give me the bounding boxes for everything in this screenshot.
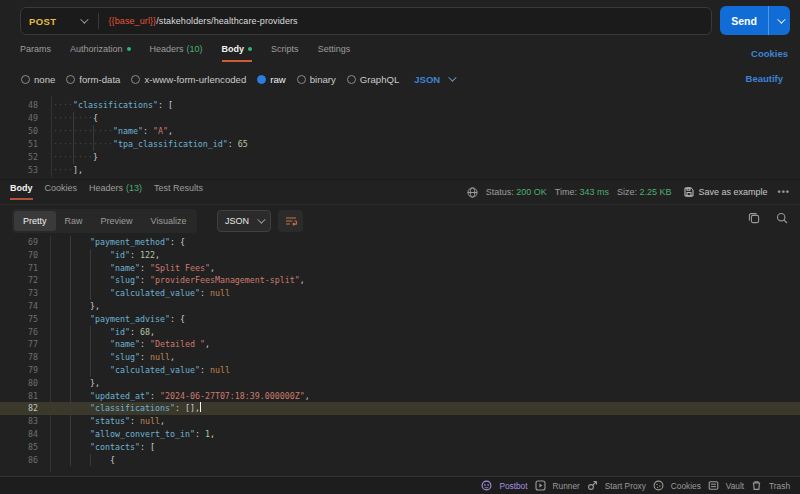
tab-label: Params (20, 44, 51, 54)
status-metric[interactable]: Status: 200 OK (486, 187, 547, 197)
request-body-editor[interactable]: 48····"classifications": [49········{50·… (0, 94, 800, 179)
response-meta: Status: 200 OK Time: 343 ms Size: 2.25 K… (467, 181, 790, 203)
code-line-53: 53····], (0, 164, 800, 177)
response-body-viewer[interactable]: 69 "payment_method": {70 "id": 122,71 "n… (0, 236, 800, 472)
code-text: "status": null, (70, 415, 165, 428)
line-number: 70 (0, 249, 38, 262)
response-language-select[interactable]: JSON (217, 210, 271, 232)
code-line-75: 75 "payment_advise": { (0, 313, 800, 326)
url-path: /stakeholders/healthcare-providers (156, 16, 297, 26)
wrap-text-button[interactable] (278, 210, 303, 232)
size-metric[interactable]: Size: 2.25 KB (617, 187, 672, 197)
indent-guide (90, 326, 91, 377)
send-chevron-icon (777, 15, 785, 23)
beautify-link[interactable]: Beautify (746, 73, 783, 84)
line-number: 83 (0, 415, 38, 428)
code-text: ············"tpa_classification_id": 65 (53, 138, 248, 151)
request-tab-body[interactable]: Body (222, 44, 253, 62)
code-text: "payment_advise": { (70, 313, 185, 326)
body-language-select[interactable]: JSON (414, 74, 454, 85)
statusbar-runner-button[interactable]: Runner (535, 480, 580, 491)
statusbar-vault-button[interactable]: Vault (708, 480, 744, 491)
code-text: "calculated_value": null (70, 287, 230, 300)
body-type-form-data[interactable]: form-data (66, 74, 120, 85)
code-text: "contacts": [ (70, 441, 155, 454)
copy-icon[interactable] (748, 212, 760, 224)
statusbar-trash-button[interactable]: Trash (751, 480, 790, 491)
cookies-icon (653, 480, 668, 491)
request-tab-scripts[interactable]: Scripts (271, 44, 299, 62)
radio-selected-icon (257, 75, 266, 84)
search-icon[interactable] (776, 212, 788, 224)
code-text: "payment_method": { (70, 236, 185, 249)
text-cursor (200, 402, 201, 412)
language-chevron-icon (257, 215, 265, 223)
radio-icon (297, 75, 306, 84)
line-number: 48 (0, 99, 38, 112)
code-line-78: 78 "slug": null, (0, 351, 800, 364)
request-tab-settings[interactable]: Settings (318, 44, 351, 62)
view-button-preview[interactable]: Preview (92, 211, 142, 231)
view-button-pretty[interactable]: Pretty (14, 211, 56, 231)
radio-icon (66, 75, 75, 84)
tab-label: Settings (318, 44, 351, 54)
view-button-raw[interactable]: Raw (56, 211, 92, 231)
response-tab-cookies[interactable]: Cookies (45, 183, 78, 200)
send-button[interactable]: Send (720, 6, 768, 35)
wrap-text-icon (285, 216, 297, 226)
code-line-74: 74 }, (0, 300, 800, 313)
response-separator[interactable] (0, 179, 800, 180)
statusbar-label: Trash (769, 481, 790, 491)
request-tab-params[interactable]: Params (20, 44, 51, 62)
response-toolbar: PrettyRawPreviewVisualize JSON (0, 209, 800, 233)
radio-label: raw (270, 74, 285, 85)
response-tab-headers[interactable]: Headers(13) (89, 183, 142, 200)
statusbar-start-proxy-button[interactable]: Start Proxy (587, 480, 646, 491)
line-number: 50 (0, 125, 38, 138)
request-tab-headers[interactable]: Headers(10) (150, 44, 203, 62)
method-selector[interactable]: POST (21, 16, 56, 27)
response-tab-body[interactable]: Body (10, 183, 33, 200)
code-text: "updated_at": "2024-06-27T07:18:39.00000… (70, 390, 310, 403)
tab-label: Headers (89, 183, 123, 193)
time-metric[interactable]: Time: 343 ms (555, 187, 609, 197)
statusbar-label: Vault (726, 481, 744, 491)
response-more-actions[interactable]: ••• (778, 187, 790, 197)
view-button-visualize[interactable]: Visualize (142, 211, 196, 231)
code-text: ····], (53, 164, 83, 177)
request-url-row: POST {{base_url}}/stakeholders/healthcar… (20, 6, 790, 36)
indent-guide (93, 125, 94, 151)
response-tool-icons (732, 212, 788, 224)
send-options-button[interactable] (768, 6, 790, 35)
url-text[interactable]: {{base_url}}/stakeholders/healthcare-pro… (108, 16, 297, 26)
line-number: 85 (0, 441, 38, 454)
code-text: "classifications": [], (70, 402, 201, 415)
statusbar-label: Runner (553, 481, 580, 491)
line-number: 82 (0, 402, 38, 415)
url-variable: {{base_url}} (108, 16, 156, 26)
body-language-label: JSON (414, 74, 440, 85)
code-line-73: 73 "calculated_value": null (0, 287, 800, 300)
response-tab-test-results[interactable]: Test Results (154, 183, 203, 200)
url-input[interactable]: POST {{base_url}}/stakeholders/healthcar… (20, 7, 712, 35)
statusbar-postbot-button[interactable]: Postbot (481, 480, 527, 491)
tab-label: Scripts (271, 44, 299, 54)
statusbar-label: Cookies (671, 481, 701, 491)
body-type-raw[interactable]: raw (257, 74, 285, 85)
code-line-48: 48····"classifications": [ (0, 99, 800, 112)
body-type-none[interactable]: none (21, 74, 55, 85)
body-type-graphql[interactable]: GraphQL (347, 74, 399, 85)
code-text: "id": 68, (70, 326, 155, 339)
response-header: BodyCookiesHeaders(13)Test Results Statu… (0, 181, 800, 205)
save-as-example-button[interactable]: Save as example (684, 187, 768, 197)
statusbar-cookies-button[interactable]: Cookies (653, 480, 701, 491)
body-type-binary[interactable]: binary (297, 74, 336, 85)
cookies-link[interactable]: Cookies (751, 48, 788, 59)
code-line-70: 70 "id": 122, (0, 249, 800, 262)
radio-label: x-www-form-urlencoded (144, 74, 246, 85)
radio-label: none (34, 74, 55, 85)
send-button-group: Send (720, 6, 790, 35)
code-line-80: 80 }, (0, 377, 800, 390)
body-type-x-www-form-urlencoded[interactable]: x-www-form-urlencoded (131, 74, 246, 85)
request-tab-authorization[interactable]: Authorization (70, 44, 131, 62)
